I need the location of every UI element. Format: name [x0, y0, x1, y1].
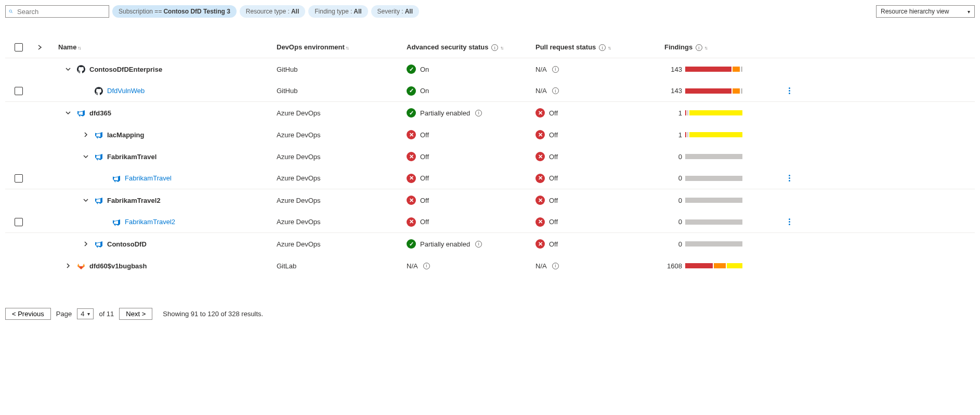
findings-count: 0	[664, 197, 682, 204]
filter-subscription[interactable]: Subscription == Contoso DfD Testing 3	[112, 5, 237, 18]
col-header-env[interactable]: DevOps environment↑↓	[277, 43, 407, 51]
env-text: GitHub	[277, 66, 297, 73]
findings-count: 143	[664, 66, 682, 73]
chevron-right-icon[interactable]	[81, 130, 90, 139]
info-icon[interactable]: i	[491, 44, 498, 51]
gitlab-icon	[77, 262, 85, 270]
status-text: Off	[549, 153, 558, 161]
x-icon: ✕	[535, 152, 545, 161]
github-icon	[77, 65, 85, 73]
chevron-down-icon[interactable]	[81, 196, 90, 205]
table-row: FabrikamTravelAzure DevOps✕Off✕Off0	[5, 167, 975, 189]
col-label: DevOps environment	[277, 43, 345, 51]
more-menu-icon[interactable]	[785, 87, 793, 94]
sort-icon: ↑↓	[77, 45, 80, 50]
findings-bar	[685, 88, 742, 94]
x-icon: ✕	[535, 130, 545, 139]
table-row: dfd60$v1bugbashGitLabN/A iN/A i1608	[5, 255, 975, 277]
results-count: Showing 91 to 120 of 328 results.	[163, 310, 263, 318]
status-text: Partially enabled	[420, 240, 470, 248]
filter-finding-type[interactable]: Finding type : All	[308, 5, 368, 18]
row-checkbox[interactable]	[15, 218, 23, 226]
row-checkbox[interactable]	[15, 87, 23, 95]
prev-button[interactable]: < Previous	[5, 308, 51, 320]
status-text: Off	[420, 153, 429, 161]
svg-point-0	[9, 10, 12, 12]
search-icon	[9, 8, 13, 15]
expand-all-icon[interactable]	[35, 43, 45, 52]
findings-bar	[685, 241, 742, 247]
x-icon: ✕	[535, 196, 545, 205]
filter-value: All	[354, 8, 361, 15]
env-text: Azure DevOps	[277, 218, 321, 226]
findings-count: 0	[664, 174, 682, 182]
info-icon[interactable]: i	[552, 87, 559, 94]
table-row: FabrikamTravel2Azure DevOps✕Off✕Off0	[5, 211, 975, 233]
status-text: Off	[420, 131, 429, 139]
search-box[interactable]	[5, 5, 109, 18]
col-header-advanced-security[interactable]: Advanced security status i↑↓	[407, 43, 535, 51]
pagination-bar: < Previous Page 4 ▾ of 11 Next > Showing…	[5, 303, 975, 320]
chevron-down-icon[interactable]	[63, 64, 73, 74]
findings-bar	[685, 154, 742, 159]
col-header-findings[interactable]: Findings i↑↓	[664, 43, 779, 51]
sort-icon: ↑↓	[500, 45, 503, 50]
page-select[interactable]: 4 ▾	[77, 308, 94, 319]
col-label: Pull request status	[535, 43, 596, 51]
chevron-down-icon[interactable]	[63, 108, 73, 118]
filter-label: Finding type :	[315, 8, 352, 15]
filter-value: Contoso DfD Testing 3	[163, 8, 230, 15]
x-icon: ✕	[407, 130, 416, 139]
findings-count: 0	[664, 153, 682, 161]
info-icon[interactable]: i	[552, 263, 559, 269]
info-icon[interactable]: i	[475, 110, 482, 116]
col-header-pull-request[interactable]: Pull request status i↑↓	[535, 43, 664, 51]
view-selector[interactable]: Resource hierarchy view ▾	[876, 5, 975, 18]
table-header: Name↑↓ DevOps environment↑↓ Advanced sec…	[5, 36, 975, 58]
info-icon[interactable]: i	[552, 66, 559, 73]
table-row: dfd365Azure DevOps✓Partially enabled i✕O…	[5, 102, 975, 124]
more-menu-icon[interactable]	[785, 175, 793, 181]
env-text: Azure DevOps	[277, 131, 321, 139]
table-row: DfdVulnWebGitHub✓OnN/A i143	[5, 80, 975, 102]
chevron-right-icon[interactable]	[81, 239, 90, 249]
ado-icon	[95, 152, 103, 161]
status-text: Off	[420, 197, 429, 204]
findings-bar	[685, 132, 742, 137]
resource-name[interactable]: FabrikamTravel	[125, 174, 172, 182]
findings-bar	[685, 263, 742, 268]
resource-name[interactable]: DfdVulnWeb	[107, 87, 145, 95]
status-text: On	[420, 87, 429, 95]
filter-severity[interactable]: Severity : All	[371, 5, 419, 18]
next-button[interactable]: Next >	[119, 308, 152, 320]
row-checkbox[interactable]	[15, 174, 23, 183]
select-all-checkbox[interactable]	[15, 43, 23, 51]
page-number: 4	[81, 310, 84, 318]
findings-bar	[685, 67, 742, 72]
chevron-down-icon[interactable]	[81, 152, 90, 161]
ado-icon	[95, 196, 103, 204]
env-text: Azure DevOps	[277, 153, 321, 161]
findings-bar	[685, 176, 742, 181]
table-row: ContosoDfDEnterpriseGitHub✓OnN/A i143	[5, 58, 975, 80]
table-row: FabrikamTravelAzure DevOps✕Off✕Off0	[5, 146, 975, 167]
findings-count: 0	[664, 218, 682, 226]
resource-name[interactable]: FabrikamTravel2	[125, 218, 175, 226]
sort-icon: ↑↓	[346, 45, 348, 50]
chevron-right-icon[interactable]	[63, 261, 73, 270]
info-icon[interactable]: i	[696, 44, 702, 51]
env-text: Azure DevOps	[277, 174, 321, 182]
info-icon[interactable]: i	[423, 263, 430, 269]
search-input[interactable]	[16, 7, 106, 16]
info-icon[interactable]: i	[475, 241, 482, 248]
table-row: ContosoDfDAzure DevOps✓Partially enabled…	[5, 233, 975, 255]
status-text: Off	[549, 109, 558, 117]
info-icon[interactable]: i	[599, 44, 606, 51]
sort-icon: ↑↓	[704, 45, 707, 50]
filter-label: Subscription ==	[119, 8, 162, 15]
more-menu-icon[interactable]	[785, 218, 793, 225]
filter-resource-type[interactable]: Resource type : All	[240, 5, 305, 18]
col-header-name[interactable]: Name↑↓	[48, 43, 277, 51]
findings-bar	[685, 219, 742, 225]
findings-count: 0	[664, 240, 682, 248]
